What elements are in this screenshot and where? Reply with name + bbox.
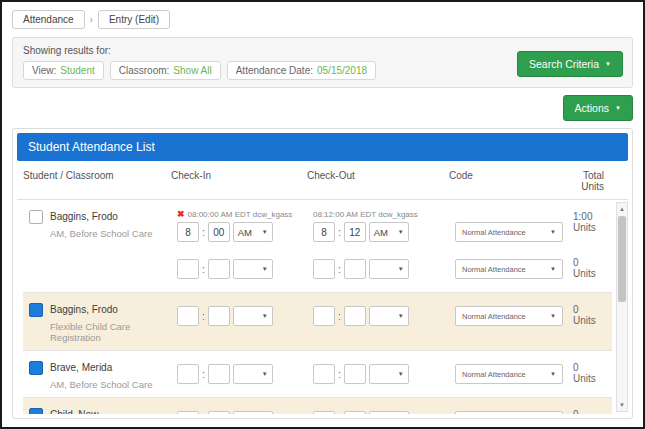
code-cell: Normal Attendance ▼ [455, 410, 573, 415]
attendance-list-panel: Student Attendance List Student / Classr… [12, 128, 633, 419]
column-header-checkin: Check-In [171, 170, 307, 192]
code-select[interactable]: Normal Attendance ▼ [455, 411, 563, 414]
view-filter-label: View: [32, 65, 56, 76]
checkin-hour-input[interactable] [177, 364, 199, 384]
checkin-cell: : ▼ [177, 364, 313, 384]
checkout-ampm-select[interactable]: ▼ [369, 364, 409, 384]
checkout-minute-input[interactable] [344, 306, 366, 326]
checkin-cell: : ▼ [177, 411, 313, 414]
view-filter-chip[interactable]: View: Student [23, 61, 104, 80]
code-cell: Normal Attendance ▼ [455, 221, 573, 243]
code-cell: Normal Attendance ▼ [455, 258, 573, 280]
scrollbar-thumb[interactable] [618, 216, 626, 302]
row-entries: : ▼ : ▼ [177, 300, 612, 343]
student-name: Baggins, Frodo [50, 211, 118, 222]
attendance-entry: : ▼ : ▼ [177, 300, 612, 332]
student-name: Baggins, Frodo [50, 304, 118, 315]
checkin-minute-input[interactable] [208, 411, 230, 414]
student-cell: Child, New Flexible Care, PM ☝ [29, 405, 177, 414]
checkout-minute-input[interactable] [344, 259, 366, 279]
caret-down-icon: ▼ [262, 313, 268, 319]
table-title: Student Attendance List [17, 133, 628, 161]
code-select[interactable]: Normal Attendance ▼ [455, 259, 563, 279]
breadcrumb: Attendance › Entry (Edit) [12, 10, 633, 29]
vertical-scrollbar[interactable]: ▲ ▼ [616, 202, 628, 412]
checkout-note: 08:12:00 AM EDT dcw_kgass [313, 210, 455, 219]
student-checkbox[interactable] [29, 408, 43, 414]
student-name: Brave, Merida [50, 362, 112, 373]
checkin-minute-input[interactable] [208, 259, 230, 279]
scroll-down-icon[interactable]: ▼ [617, 399, 627, 411]
classroom-filter-chip[interactable]: Classroom: Show All [110, 61, 221, 80]
checkin-cell: : ▼ [177, 306, 313, 326]
attendance-entry: : ▼ : ▼ [177, 358, 612, 390]
table-row: Brave, Merida AM, Before School Care : ▼ [23, 351, 612, 398]
checkin-hour-input[interactable] [177, 259, 199, 279]
checkout-hour-input[interactable] [313, 411, 335, 414]
checkin-ampm-select[interactable]: ▼ [233, 364, 273, 384]
checkin-minute-input[interactable] [208, 364, 230, 384]
checkout-minute-input[interactable] [344, 364, 366, 384]
table-row: Child, New Flexible Care, PM ☝ : ▼ [23, 398, 612, 414]
checkin-hour-input[interactable] [177, 411, 199, 414]
classroom-filter-value: Show All [173, 65, 211, 76]
checkin-ampm-select[interactable]: ▼ [233, 259, 273, 279]
checkin-hour-input[interactable] [177, 306, 199, 326]
breadcrumb-separator-icon: › [90, 14, 93, 25]
search-criteria-button[interactable]: Search Criteria ▼ [517, 51, 623, 77]
code-select[interactable]: Normal Attendance ▼ [455, 306, 563, 326]
checkin-minute-input[interactable] [208, 222, 230, 242]
app-window: Attendance › Entry (Edit) Showing result… [0, 0, 645, 429]
student-checkbox[interactable] [29, 361, 43, 375]
checkout-ampm-select[interactable]: ▼ [369, 411, 409, 414]
breadcrumb-entry-edit[interactable]: Entry (Edit) [98, 10, 170, 29]
attendance-date-label: Attendance Date: [236, 65, 313, 76]
caret-down-icon: ▼ [605, 61, 611, 67]
code-select[interactable]: Normal Attendance ▼ [455, 222, 563, 242]
checkout-cell: : ▼ [313, 306, 455, 326]
checkout-cell: 08:12:00 AM EDT dcw_kgass : AM ▼ [313, 210, 455, 242]
checkout-ampm-select[interactable]: ▼ [369, 259, 409, 279]
checkout-minute-input[interactable] [344, 222, 366, 242]
checkout-ampm-select[interactable]: ▼ [369, 306, 409, 326]
student-cell: Baggins, Frodo AM, Before School Care [29, 207, 177, 285]
code-cell: Normal Attendance ▼ [455, 363, 573, 385]
checkout-ampm-select[interactable]: AM ▼ [369, 222, 409, 242]
breadcrumb-attendance[interactable]: Attendance [12, 10, 85, 29]
checkout-hour-input[interactable] [313, 259, 335, 279]
attendance-date-value: 05/15/2018 [317, 65, 367, 76]
scroll-up-icon[interactable]: ▲ [617, 203, 627, 215]
checkout-hour-input[interactable] [313, 364, 335, 384]
checkout-minute-input[interactable] [344, 411, 366, 414]
checkout-cell: : ▼ [313, 259, 455, 279]
student-checkbox[interactable] [29, 210, 43, 224]
classroom-filter-label: Classroom: [119, 65, 170, 76]
classroom-name: AM, Before School Care [50, 228, 177, 239]
checkin-hour-input[interactable] [177, 222, 199, 242]
checkout-ampm-value: AM [374, 227, 388, 238]
caret-down-icon: ▼ [262, 229, 268, 235]
checkout-hour-input[interactable] [313, 222, 335, 242]
attendance-date-chip[interactable]: Attendance Date: 05/15/2018 [227, 61, 376, 80]
caret-down-icon: ▼ [398, 371, 404, 377]
code-value: Normal Attendance [462, 228, 526, 237]
table-body-rows: Baggins, Frodo AM, Before School Care ✖ … [23, 200, 612, 414]
checkout-cell: : ▼ [313, 364, 455, 384]
checkin-cell: ✖ 08:00:00 AM EDT dcw_kgass : AM ▼ [177, 209, 313, 242]
student-name: Child, New [50, 409, 98, 414]
code-select[interactable]: Normal Attendance ▼ [455, 364, 563, 384]
actions-button[interactable]: Actions ▼ [563, 95, 633, 121]
column-header-checkout: Check-Out [307, 170, 449, 192]
actions-label: Actions [575, 102, 609, 114]
checkin-note: ✖ 08:00:00 AM EDT dcw_kgass [177, 209, 313, 219]
student-checkbox[interactable] [29, 303, 43, 317]
checkin-minute-input[interactable] [208, 306, 230, 326]
checkin-ampm-select[interactable]: ▼ [233, 411, 273, 414]
classroom-name: AM, Before School Care [50, 379, 177, 390]
actions-row: Actions ▼ [12, 95, 633, 121]
code-value: Normal Attendance [462, 370, 526, 379]
table-header: Student / Classroom Check-In Check-Out C… [17, 161, 628, 200]
checkin-ampm-select[interactable]: ▼ [233, 306, 273, 326]
checkin-ampm-select[interactable]: AM ▼ [233, 222, 273, 242]
checkout-hour-input[interactable] [313, 306, 335, 326]
